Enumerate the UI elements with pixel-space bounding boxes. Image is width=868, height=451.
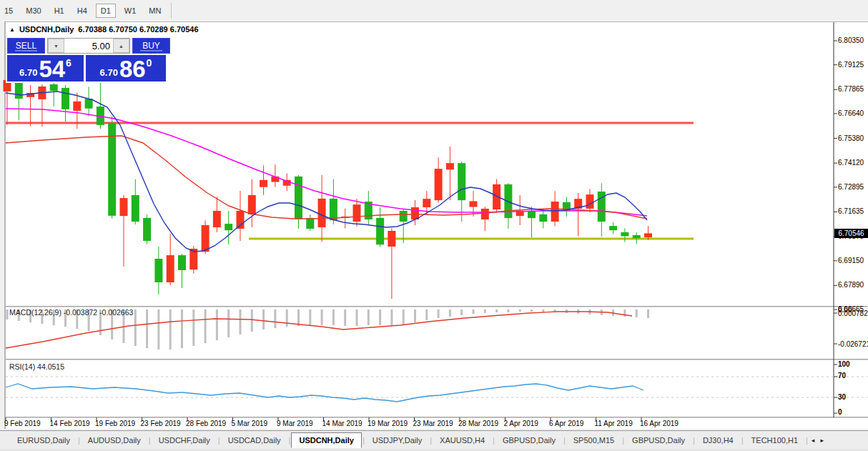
toolbar-separator xyxy=(171,3,172,19)
candle xyxy=(15,83,23,99)
tabs-scroll-right-icon[interactable]: ▸ xyxy=(820,437,824,444)
price-axis-label: 6.67890 xyxy=(838,281,864,289)
date-axis-label: 19 Mar 2019 xyxy=(368,420,408,427)
sell-underline xyxy=(15,50,37,51)
candle xyxy=(50,84,58,91)
tabs-scroll-left-icon[interactable]: ◂ xyxy=(812,437,815,444)
chart-background xyxy=(6,22,868,429)
timeframe-button-d1[interactable]: D1 xyxy=(96,4,116,18)
date-axis-label: 2 Apr 2019 xyxy=(504,420,538,427)
candle xyxy=(260,180,267,187)
symbol-tab-xauusd-6[interactable]: XAUUSD,H4 xyxy=(433,433,492,447)
symbol-tab-usdchf-2[interactable]: USDCHF,Daily xyxy=(152,433,217,447)
timeframe-button-h4[interactable]: H4 xyxy=(73,4,92,17)
date-axis-label: 19 Feb 2019 xyxy=(95,420,135,427)
chart-title-symbol: USDCNH,Daily xyxy=(19,25,74,34)
candle xyxy=(481,209,489,219)
buy-price-sup: 0 xyxy=(147,57,152,69)
candle xyxy=(586,194,594,209)
price-axis-label: 6.79125 xyxy=(838,61,864,69)
candle xyxy=(633,235,641,238)
price-axis-label: 6.71635 xyxy=(838,207,864,215)
price-axis-label: 6.66665 xyxy=(838,305,864,313)
timeframe-button-15[interactable]: 15 xyxy=(0,4,17,17)
candle xyxy=(388,231,395,247)
symbol-tab-gbpusd-7[interactable]: GBPUSD,Daily xyxy=(495,433,563,447)
candle xyxy=(423,199,430,207)
candle xyxy=(353,204,361,222)
date-axis-label: 6 Apr 2019 xyxy=(549,420,583,427)
timeframe-button-mn[interactable]: MN xyxy=(144,4,165,17)
one-click-trade-panel: SELL ▼ 5.00 ▲ BUY 6.70 54 6 6.70 86 0 xyxy=(6,36,172,83)
symbol-tab-audusd-1[interactable]: AUDUSD,Daily xyxy=(81,433,148,447)
candle xyxy=(167,255,174,282)
date-axis-label: 11 Apr 2019 xyxy=(595,420,633,427)
candle xyxy=(376,218,384,244)
candle xyxy=(318,199,326,227)
rsi-axis-label: 30 xyxy=(838,393,846,401)
date-axis-label: 9 Feb 2019 xyxy=(4,420,41,427)
timeframe-button-m30[interactable]: M30 xyxy=(21,4,45,17)
symbol-tab-tech100-11[interactable]: TECH100,H1 xyxy=(744,433,805,447)
symbol-tab-sp500-8[interactable]: SP500,M15 xyxy=(566,433,621,447)
buy-price-small: 6.70 xyxy=(100,67,118,78)
timeframe-button-h1[interactable]: H1 xyxy=(50,4,69,17)
candle xyxy=(213,211,221,227)
buy-button[interactable]: BUY xyxy=(132,38,170,54)
sell-button[interactable]: SELL xyxy=(7,38,45,54)
price-axis-label: 6.77865 xyxy=(838,85,864,93)
candle xyxy=(458,163,465,200)
rsi-axis-label: 70 xyxy=(838,372,846,380)
sell-price-big: 54 xyxy=(39,59,65,80)
candle xyxy=(330,199,337,220)
rsi-label: RSI(14) 44.0515 xyxy=(9,362,64,371)
symbol-tab-dj30-10[interactable]: DJ30,H4 xyxy=(696,433,741,447)
candle xyxy=(237,211,245,229)
candle xyxy=(644,233,652,237)
symbol-tab-usdcad-3[interactable]: USDCAD,Daily xyxy=(221,433,288,447)
candle xyxy=(178,255,186,270)
symbol-tab-usdcnh-4[interactable]: USDCNH,Daily xyxy=(291,432,361,448)
candle xyxy=(446,163,454,169)
candle xyxy=(551,202,559,222)
symbol-tab-gbpusd-9[interactable]: GBPUSD,Daily xyxy=(625,433,692,447)
price-axis-label: 6.74120 xyxy=(838,159,864,167)
buy-price-big: 86 xyxy=(119,59,146,80)
volume-stepper: ▼ 5.00 ▲ xyxy=(47,38,130,54)
candle xyxy=(248,195,256,214)
candle xyxy=(143,218,151,241)
date-axis-label: 28 Feb 2019 xyxy=(186,420,226,427)
buy-quote-button[interactable]: 6.70 86 0 xyxy=(86,55,166,81)
candle xyxy=(202,225,209,252)
candle xyxy=(225,224,232,230)
price-axis-label: 6.72895 xyxy=(838,183,864,191)
candle xyxy=(73,101,81,111)
price-axis-label: 6.80350 xyxy=(838,36,864,44)
date-axis-label: 23 Mar 2019 xyxy=(413,420,453,427)
date-axis-label: 16 Apr 2019 xyxy=(640,420,679,427)
chart-title: ▲ USDCNH,Daily 6.70388 6.70750 6.70289 6… xyxy=(9,25,199,34)
volume-decrease-button[interactable]: ▼ xyxy=(48,39,64,53)
candle xyxy=(470,202,478,207)
buy-underline xyxy=(140,50,162,51)
symbol-tab-eurusd-0[interactable]: EURUSD,Daily xyxy=(10,433,77,447)
sell-quote-button[interactable]: 6.70 54 6 xyxy=(7,55,84,81)
candle xyxy=(306,218,314,229)
candle xyxy=(132,195,139,222)
candle xyxy=(120,198,128,216)
volume-input[interactable]: 5.00 xyxy=(64,39,113,53)
symbol-tab-usdjpy-5[interactable]: USDJPY,Daily xyxy=(365,433,430,447)
timeframe-toolbar: 15M30H1H4D1W1MN xyxy=(0,0,868,21)
date-axis-label: 5 Mar 2019 xyxy=(232,420,268,427)
symbol-tabbar: EURUSD,Daily|AUDUSD,Daily|USDCHF,Daily|U… xyxy=(0,430,868,449)
timeframe-button-w1[interactable]: W1 xyxy=(120,4,141,17)
price-axis-label: 6.76640 xyxy=(838,109,864,117)
symbol-marker-icon: ▲ xyxy=(9,26,15,33)
current-price-tag: 6.70546 xyxy=(834,229,868,238)
date-axis-label: 9 Mar 2019 xyxy=(277,420,313,427)
date-axis-label: 28 Mar 2019 xyxy=(458,420,498,427)
candle xyxy=(609,226,617,230)
tab-separator: | xyxy=(805,436,809,445)
candle xyxy=(154,259,162,282)
volume-increase-button[interactable]: ▲ xyxy=(113,39,129,53)
